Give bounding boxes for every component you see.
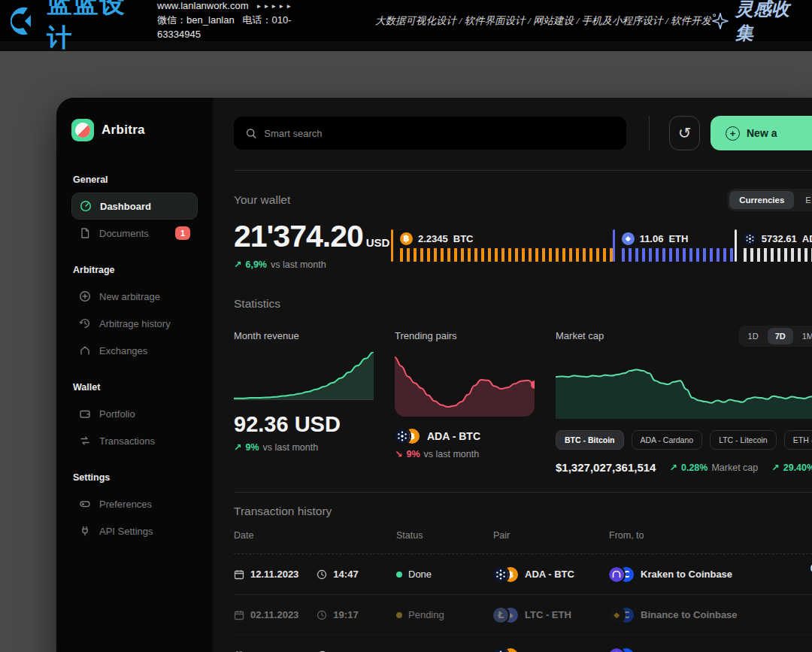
sidebar-item-portfolio[interactable]: Portfolio [71, 400, 198, 427]
col-date: Date [234, 530, 396, 541]
market-cap-range-group: 1D 7D 1M [738, 326, 812, 347]
kraken-icon [609, 648, 624, 652]
banner-arrows: ►►►►► [256, 2, 293, 11]
wallet-delta: ↗ 6,9% vs last month [234, 259, 391, 270]
banner-contact: www.lanlanwork.com ►►►►► 微信：ben_lanlan 电… [157, 0, 321, 42]
promo-banner: 蓝蓝设计 www.lanlanwork.com ►►►►► 微信：ben_lan… [0, 0, 812, 41]
month-revenue-value: 92.36 USD [234, 412, 374, 437]
sidebar-item-transactions[interactable]: Transactions [71, 427, 198, 454]
sidebar-item-label: Arbitrage history [99, 318, 171, 329]
market-cap-panel: Market cap 1D 7D 1M BTC - Bitcoin ADA - … [556, 330, 812, 474]
arbitra-logo-icon [71, 119, 94, 141]
sidebar-item-documents[interactable]: Documents 1 [71, 220, 198, 247]
table-row[interactable]: 29.10.2023 04:23 Done [234, 635, 812, 652]
lanlan-logo-icon [11, 6, 41, 36]
app-name: Arbitra [102, 123, 145, 138]
nav-section-general: General Dashboard Documents 1 [71, 174, 198, 247]
range-1m[interactable]: 1M [795, 328, 812, 344]
sidebar-item-new-arbitrage[interactable]: New arbitrage [71, 283, 198, 310]
calendar-icon [234, 569, 244, 580]
market-cap-delta1-value: 0.28% [681, 462, 707, 473]
eth-separator-bar [613, 229, 615, 262]
ada-separator-bar [735, 229, 737, 262]
market-cap-delta1: ↗ 0.28% Market cap [669, 462, 758, 473]
pill-ada-cardano[interactable]: ADA - Cardano [632, 430, 703, 450]
trending-delta-note: vs last month [424, 449, 480, 459]
binance-icon: ◆ [609, 608, 624, 623]
holding-btc[interactable]: ฿ 2.2345 BTC [391, 229, 613, 262]
topbar-divider [649, 116, 650, 150]
sidebar-item-dashboard[interactable]: Dashboard [71, 193, 198, 220]
sidebar-item-preferences[interactable]: Preferences [71, 490, 198, 517]
pill-btc-bitcoin[interactable]: BTC - Bitcoin [556, 430, 624, 450]
sparkle-star-icon [711, 11, 729, 31]
eth-tick-bars [622, 248, 735, 262]
sidebar-item-arbitrage-history[interactable]: Arbitrage history [71, 310, 198, 337]
tx-status: Done [408, 569, 432, 580]
sidebar-item-label: Exchanges [99, 345, 147, 356]
transaction-table-header: Date Status Pair From, to [234, 530, 812, 554]
nav-section-wallet: Wallet Portfolio Transactions [71, 382, 198, 454]
nav-section-title: Settings [73, 472, 196, 483]
lanlan-logo[interactable]: 蓝蓝设计 [11, 0, 144, 55]
wallet-balance-value: 21'374.20 [234, 219, 363, 253]
btc-tick-bars [400, 248, 613, 262]
banner-services-text: 大数据可视化设计 / 软件界面设计 / 网站建设 / 手机及小程序设计 / 软件… [375, 14, 711, 28]
pill-eth-ethereum[interactable]: ETH - Ethereu [784, 430, 812, 450]
circle-plus-icon [79, 290, 91, 302]
transfer-arrows-icon [79, 435, 91, 447]
nav-section-arbitrage: Arbitrage New arbitrage Arbitrage histor… [71, 265, 198, 364]
nav-section-title: General [73, 174, 196, 185]
clock-icon [317, 610, 327, 620]
market-cap-title: Market cap [556, 330, 604, 341]
nav-section-title: Arbitrage [73, 265, 196, 275]
wallet-title: Your wallet [234, 193, 290, 207]
banner-collect[interactable]: 灵感收集 [711, 0, 801, 45]
btc-amount: 2.2345 [418, 233, 448, 244]
tab-exchanges[interactable]: E [795, 191, 812, 209]
wallet-row: 21'374.20USD ↗ 6,9% vs last month ฿ 2.23… [234, 219, 812, 270]
table-row[interactable]: 02.11.2023 19:17 Pending Ł ◆ [234, 595, 812, 635]
chart-end-dot [531, 381, 535, 389]
table-row[interactable]: 12.11.2023 14:47 Done [234, 554, 812, 595]
sidebar-item-label: Documents [99, 228, 149, 239]
exchange-house-icon [79, 344, 91, 356]
tx-pair: ADA - BTC [525, 569, 574, 580]
market-cap-chart [556, 357, 812, 419]
eth-symbol: ETH [668, 233, 688, 244]
banner-site-url[interactable]: www.lanlanwork.com [157, 0, 248, 14]
tx-amount: 0.002 1 [771, 563, 812, 586]
nav-section-settings: Settings Preferences API Settings [71, 472, 198, 544]
month-revenue-title: Month revenue [234, 330, 374, 341]
tx-status: Pending [408, 609, 444, 620]
sidebar-item-exchanges[interactable]: Exchanges [71, 337, 198, 364]
tx-date: 12.11.2023 [250, 569, 298, 580]
sidebar-item-label: Dashboard [100, 201, 151, 212]
status-dot-done [396, 572, 402, 578]
app-logo[interactable]: Arbitra [71, 119, 198, 141]
wallet-holdings: ฿ 2.2345 BTC ◆ 11.06 ETH [391, 229, 812, 262]
holding-eth[interactable]: ◆ 11.06 ETH [613, 229, 735, 262]
history-restore-button[interactable]: ↺ [669, 116, 700, 150]
month-revenue-chart [234, 352, 374, 400]
pill-ltc-litecoin[interactable]: LTC - Litecoin [710, 430, 777, 450]
search-input[interactable] [264, 128, 614, 139]
new-arbitrage-button-label: New a [747, 127, 777, 139]
wallet-tab-group: Currencies E [727, 189, 812, 211]
market-cap-pair-pills: BTC - Bitcoin ADA - Cardano LTC - Liteco… [556, 430, 812, 450]
banner-brand-text: 蓝蓝设计 [47, 0, 144, 55]
eth-icon: ◆ [622, 232, 635, 245]
toggle-icon [79, 498, 91, 510]
trending-pair-row[interactable]: ฿ ADA - BTC [395, 429, 535, 444]
new-arbitrage-button[interactable]: + New a [710, 116, 812, 150]
tab-currencies[interactable]: Currencies [729, 191, 794, 209]
search-bar[interactable] [234, 117, 626, 150]
tx-time: 14:47 [333, 569, 358, 580]
btc-separator-bar [391, 229, 393, 262]
search-icon [246, 128, 256, 139]
range-7d[interactable]: 7D [768, 328, 793, 344]
holding-ada[interactable]: 5732.61 ADA [735, 229, 812, 262]
trending-pairs-delta: ↘ 9% vs last month [395, 448, 535, 459]
sidebar-item-api-settings[interactable]: API Settings [71, 517, 198, 544]
range-1d[interactable]: 1D [741, 328, 766, 344]
